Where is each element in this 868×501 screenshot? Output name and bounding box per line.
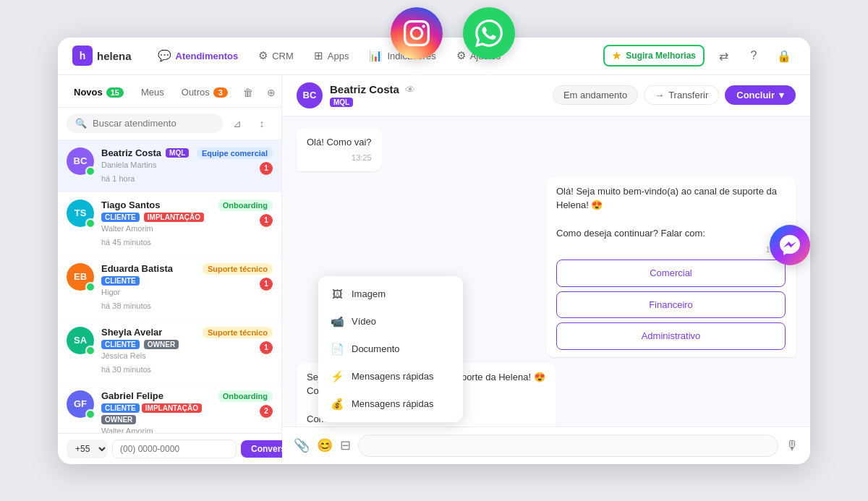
contact-item[interactable]: GF Gabriel Felipe CLIENTE IMPLANTAÇÃO OW… [58,383,281,433]
contact-item[interactable]: TS Tiago Santos CLIENTE IMPLANTAÇÃO Walt… [58,192,281,256]
dropdown-documento[interactable]: 📄 Documento [318,335,463,363]
main-content: Novos 15 Meus Outros 3 🗑 ⊕ 🔍 [58,75,810,464]
contact-name-row: Eduarda Batista [101,263,203,274]
contact-item[interactable]: SA Sheyla Avelar CLIENTE OWNER Jéssica R… [58,320,281,383]
tab-novos-label: Novos [74,87,103,98]
message-text: Olá! Seja muito bem-vindo(a) ao canal de… [556,184,786,241]
help-icon: ? [751,49,757,62]
tab-novos[interactable]: Novos 15 [67,83,131,101]
dropdown-documento-label: Documento [352,343,399,354]
contact-item[interactable]: EB Eduarda Batista CLIENTE Higor [58,256,281,320]
help-button[interactable]: ? [742,44,765,67]
contact-tags-row: CLIENTE IMPLANTAÇÃO [101,213,218,222]
suggest-button[interactable]: ★ Sugira Melhorias [603,45,705,67]
contact-assigned: Jéssica Reis [101,351,146,360]
dropdown-imagem[interactable]: 🖼 Imagem [318,281,463,308]
avatar: EB [67,263,94,291]
tab-outros-badge: 3 [213,87,228,98]
contact-tag: IMPLANTAÇÃO [142,403,202,413]
nav-right: ★ Sugira Melhorias ⇄ ? 🔒 [603,44,796,67]
transfer-button[interactable]: → Transferir [644,85,719,105]
mic-button[interactable]: 🎙 [786,438,799,453]
contact-name: Gabriel Felipe [101,390,163,401]
messenger-floating-icon[interactable] [770,225,810,265]
tab-meus-label: Meus [141,87,164,98]
phone-code-select[interactable]: +55 [67,440,108,458]
chat-icon: 💬 [158,49,171,62]
nav-items: 💬 Atendimentos ⚙ CRM ⊞ Apps 📊 Indicadore… [149,45,604,67]
chevron-down-icon: ▾ [779,90,784,100]
contact-name: Sheyla Avelar [101,327,162,338]
indicadores-icon: 📊 [369,49,383,62]
sidebar-tabs: Novos 15 Meus Outros 3 🗑 ⊕ [58,75,281,108]
user-button[interactable]: 🔒 [773,44,796,67]
contact-tag: OWNER [101,415,136,424]
dropdown-video[interactable]: 📹 Vídeo [318,308,463,335]
team-badge: Suporte técnico [203,263,273,275]
contact-meta: Walter Amorim [101,224,218,233]
message-time: 13:25 [307,152,372,164]
apps-icon: ⊞ [314,49,323,62]
tab-outros[interactable]: Outros 3 [174,83,235,101]
dropdown-video-label: Vídeo [352,316,376,327]
message-option-administrativo[interactable]: Administrativo [556,322,786,350]
message-option-comercial[interactable]: Comercial [556,260,786,287]
contact-tag: CLIENTE [101,276,140,286]
unread-badge: 1 [260,162,273,175]
wa-badge [85,282,95,292]
crm-icon: ⚙ [258,49,268,62]
contact-tag: IMPLANTAÇÃO [144,213,204,222]
nav-atendimentos[interactable]: 💬 Atendimentos [149,45,247,67]
tab-meus[interactable]: Meus [134,83,171,101]
image-icon: 🖼 [330,287,344,301]
nav-crm[interactable]: ⚙ CRM [250,45,302,67]
user-icon: 🔒 [777,49,791,63]
contact-right: Suporte técnico 1 [203,327,273,354]
search-input[interactable] [93,118,214,129]
header-actions: Em andamento → Transferir Concluir ▾ [553,85,796,105]
contact-name: Beatriz Costa [101,147,161,158]
chat-text-input[interactable] [358,434,778,457]
logo-icon: h [72,46,93,66]
contact-tag-mql: MQL [330,98,353,107]
attachment-button[interactable]: 📎 [294,437,310,453]
transfer-arrow-icon: → [655,90,664,100]
contact-name-row: Tiago Santos [101,200,218,210]
avatar: BC [67,147,94,175]
concluir-label: Concluir [736,90,775,100]
concluir-button[interactable]: Concluir ▾ [725,85,796,105]
logo-area: h helena [72,46,132,66]
filter-button[interactable]: ⊿ [227,114,247,134]
sidebar: Novos 15 Meus Outros 3 🗑 ⊕ 🔍 [58,75,282,464]
nav-atendimentos-label: Atendimentos [176,51,239,61]
nav-apps-label: Apps [328,51,349,61]
contact-assigned: Higor [101,288,120,296]
contact-info: Sheyla Avelar CLIENTE OWNER Jéssica Reis… [101,327,203,375]
trash-button[interactable]: 🗑 [238,82,258,103]
message-option-financeiro[interactable]: Financeiro [556,291,786,319]
dropdown-mensagens-rapidas-2[interactable]: 💰 Mensagens rápidas [318,390,463,418]
contact-meta: Jéssica Reis [101,351,203,360]
phone-input[interactable] [112,440,237,458]
contact-assigned: Daniela Martins [101,160,156,169]
unread-badge: 1 [260,341,273,354]
dropdown-imagem-label: Imagem [352,288,386,299]
team-badge: Onboarding [218,200,273,211]
sort-button[interactable]: ↕ [252,114,272,134]
status-button[interactable]: Em andamento [553,85,638,105]
chat-header-info: Beatriz Costa 👁 MQL [330,83,415,107]
add-button[interactable]: ⊕ [261,82,281,103]
wa-badge [85,409,95,419]
tab-novos-badge: 15 [106,87,124,98]
emoji-button[interactable]: 😊 [317,437,333,453]
contact-right: Equipe comercial 1 [197,147,273,175]
refresh-button[interactable]: ⇄ [712,44,735,67]
template-button[interactable]: ⊟ [340,437,351,453]
message-bubble: Olá! Seja muito bem-vindo(a) ao canal de… [546,177,796,357]
team-badge: Suporte técnico [203,327,273,338]
contact-time: há 45 minutos [101,238,151,247]
visibility-icon: 👁 [405,84,415,95]
nav-apps[interactable]: ⊞ Apps [305,45,358,67]
contact-item[interactable]: BC Beatriz Costa MQL Daniela Martins há … [58,140,281,192]
dropdown-mensagens-rapidas-1[interactable]: ⚡ Mensagens rápidas [318,363,463,390]
